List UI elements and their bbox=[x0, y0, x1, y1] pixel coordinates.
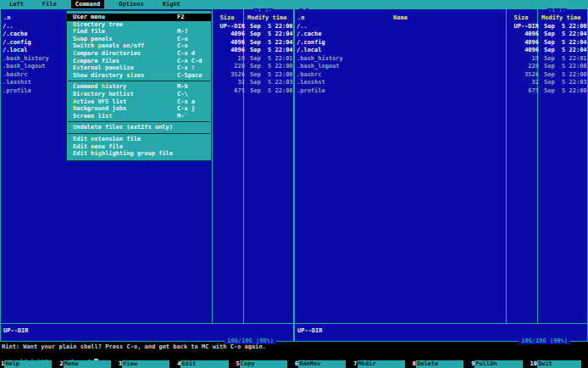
fkey-help-button[interactable]: 1Help bbox=[0, 360, 58, 368]
menu-item-edit-menu-file[interactable]: Edit menu file bbox=[67, 143, 211, 151]
file-size: 3526 bbox=[508, 71, 540, 80]
fkey-view-button[interactable]: 3View bbox=[118, 360, 176, 368]
file-list: /..UP--DIRSep 5 22:00/.cache4096Sep 5 22… bbox=[295, 23, 587, 96]
file-mtime: Sep 5 22:04 bbox=[246, 39, 293, 47]
fkey-menu-button[interactable]: 2Menu bbox=[58, 360, 117, 368]
right-panel: ~ .[^]. .n Name Size Modify time /..UP--… bbox=[294, 8, 588, 342]
hotkey-letter: m bbox=[91, 143, 94, 150]
column-header-name[interactable]: Name bbox=[295, 14, 506, 22]
file-row[interactable]: .bashrc3526Sep 5 22:00 bbox=[295, 71, 587, 80]
menu-item-show-directory-sizes[interactable]: Show directory sizesC-Space bbox=[67, 72, 211, 80]
column-header-size[interactable]: Size bbox=[507, 14, 535, 22]
menu-item-external-panelize[interactable]: External panelizeC-x ! bbox=[67, 64, 211, 72]
menu-item-compare-files[interactable]: Compare filesC-x C-d bbox=[67, 58, 211, 65]
file-mtime: Sep 5 22:00 bbox=[540, 87, 587, 96]
menu-item-shortcut: C-\ bbox=[177, 91, 208, 98]
menu-item-shortcut bbox=[177, 124, 208, 131]
menu-item-shortcut: M-h bbox=[177, 83, 208, 91]
file-name: /.. bbox=[295, 23, 508, 31]
file-mtime: Sep 5 22:00 bbox=[540, 71, 587, 80]
function-key-bar: 1Help2Menu3View4Edit5Copy6RenMov7Mkdir8D… bbox=[0, 360, 588, 368]
menubar-item-command[interactable]: Command bbox=[71, 0, 105, 8]
menubar-item-left[interactable]: Left bbox=[5, 0, 28, 8]
fkey-label: Copy bbox=[240, 360, 287, 368]
hotkey-letter: o bbox=[76, 58, 80, 64]
file-mtime: Sep 5 22:00 bbox=[246, 23, 293, 31]
file-mtime: Sep 5 22:03 bbox=[246, 79, 293, 87]
fkey-number: 10 bbox=[530, 360, 537, 368]
menu-item-switch-panels-on-off[interactable]: Switch panels on/offC-o bbox=[67, 42, 211, 50]
menu-item-directory-tree[interactable]: Directory tree bbox=[67, 21, 211, 29]
file-size: 4096 bbox=[508, 39, 540, 47]
menu-item-label: Directory tree bbox=[73, 21, 177, 29]
fkey-edit-button[interactable]: 4Edit bbox=[176, 360, 235, 368]
fkey-label: View bbox=[122, 360, 169, 368]
fkey-copy-button[interactable]: 5Copy bbox=[236, 360, 294, 368]
column-header-size[interactable]: Size bbox=[213, 14, 241, 22]
file-mtime: Sep 5 22:00 bbox=[540, 23, 587, 31]
file-size: UP--DIR bbox=[508, 23, 540, 31]
file-name: /.local bbox=[295, 47, 508, 55]
menu-item-find-file[interactable]: Find fileM-? bbox=[67, 28, 211, 36]
file-row[interactable]: /.config4096Sep 5 22:04 bbox=[295, 39, 587, 47]
menu-item-user-menu[interactable]: User menuF2 bbox=[67, 14, 211, 21]
menu-item-shortcut bbox=[177, 136, 208, 143]
column-header-mtime[interactable]: Modify time bbox=[541, 14, 580, 22]
menu-item-edit-highlighting-group-file[interactable]: Edit highlighting group file bbox=[67, 150, 211, 158]
menu-item-label: Edit extension file bbox=[73, 136, 177, 143]
menubar-item-right[interactable]: Right bbox=[158, 0, 185, 8]
file-mtime: Sep 5 22:00 bbox=[540, 63, 587, 71]
hotkey-letter: x bbox=[76, 64, 80, 71]
fkey-renmov-button[interactable]: 6RenMov bbox=[294, 360, 352, 368]
file-name: .lesshst bbox=[295, 79, 508, 87]
menu-item-undelete-files-ext2fs-only[interactable]: Undelete files (ext2fs only) bbox=[67, 124, 211, 131]
menu-item-background-jobs[interactable]: Background jobsC-x j bbox=[67, 105, 211, 113]
hotkey-letter: t bbox=[108, 113, 112, 120]
file-row[interactable]: .profile675Sep 5 22:00 bbox=[295, 87, 587, 96]
file-row[interactable]: .lesshst32Sep 5 22:03 bbox=[295, 79, 587, 87]
menu-item-shortcut: C-x ! bbox=[177, 64, 208, 72]
file-size: 220 bbox=[214, 63, 246, 71]
file-size: 675 bbox=[508, 87, 540, 96]
file-size: 4096 bbox=[214, 31, 246, 39]
menu-separator bbox=[68, 121, 210, 122]
menu-item-shortcut: M-` bbox=[177, 113, 208, 120]
menu-item-shortcut bbox=[177, 150, 208, 158]
menu-item-swap-panels[interactable]: Swap panelsC-u bbox=[67, 36, 211, 43]
file-row[interactable]: /..UP--DIRSep 5 22:00 bbox=[295, 23, 587, 31]
file-name: /.config bbox=[295, 39, 508, 47]
menu-item-label: Switch panels on/off bbox=[73, 42, 177, 50]
file-row[interactable]: .bash_logout220Sep 5 22:00 bbox=[295, 63, 587, 71]
menu-item-label: Edit menu file bbox=[73, 143, 177, 151]
hotkey-letter: i bbox=[130, 72, 133, 79]
menu-item-label: Background jobs bbox=[73, 105, 177, 113]
fkey-quit-button[interactable]: 10Quit bbox=[530, 360, 588, 368]
menu-item-active-vfs-list[interactable]: Active VFS listC-x a bbox=[67, 98, 211, 106]
file-name: .bash_history bbox=[295, 55, 508, 64]
menu-item-directory-hotlist[interactable]: Directory hotlistC-\ bbox=[67, 91, 211, 98]
menu-item-compare-directories[interactable]: Compare directoriesC-x d bbox=[67, 50, 211, 58]
fkey-mkdir-button[interactable]: 7Mkdir bbox=[352, 360, 411, 368]
file-row[interactable]: /.cache4096Sep 5 22:04 bbox=[295, 31, 587, 39]
hotkey-letter: r bbox=[80, 91, 83, 98]
fkey-label: Edit bbox=[180, 360, 228, 368]
menu-item-edit-extension-file[interactable]: Edit extension file bbox=[67, 136, 211, 143]
fkey-delete-button[interactable]: 8Delete bbox=[412, 360, 470, 368]
free-space-label: 18G/19G (90%) bbox=[519, 337, 570, 344]
file-row[interactable]: .bash_history19Sep 5 22:01 bbox=[295, 55, 587, 64]
file-row[interactable]: /.local4096Sep 5 22:04 bbox=[295, 47, 587, 55]
fkey-label: Delete bbox=[416, 360, 463, 368]
hotkey-letter: C bbox=[73, 50, 76, 57]
menubar-item-file[interactable]: File bbox=[38, 0, 61, 8]
mc-screen: LeftFileCommandOptionsRight .[^]. .n Nam… bbox=[0, 0, 588, 368]
menubar-item-options[interactable]: Options bbox=[114, 0, 148, 8]
fkey-pulldn-button[interactable]: 9PullDn bbox=[470, 360, 529, 368]
menu-item-label: Compare files bbox=[73, 58, 177, 65]
menu-item-shortcut: C-Space bbox=[177, 72, 208, 80]
file-name: .profile bbox=[295, 87, 508, 96]
menu-item-screen-list[interactable]: Screen listM-` bbox=[67, 113, 211, 120]
menu-item-command-history[interactable]: Command historyM-h bbox=[67, 83, 211, 91]
menu-item-label: Edit highlighting group file bbox=[73, 150, 177, 158]
file-size: UP--DIR bbox=[214, 23, 246, 31]
column-header-mtime[interactable]: Modify time bbox=[247, 14, 286, 22]
